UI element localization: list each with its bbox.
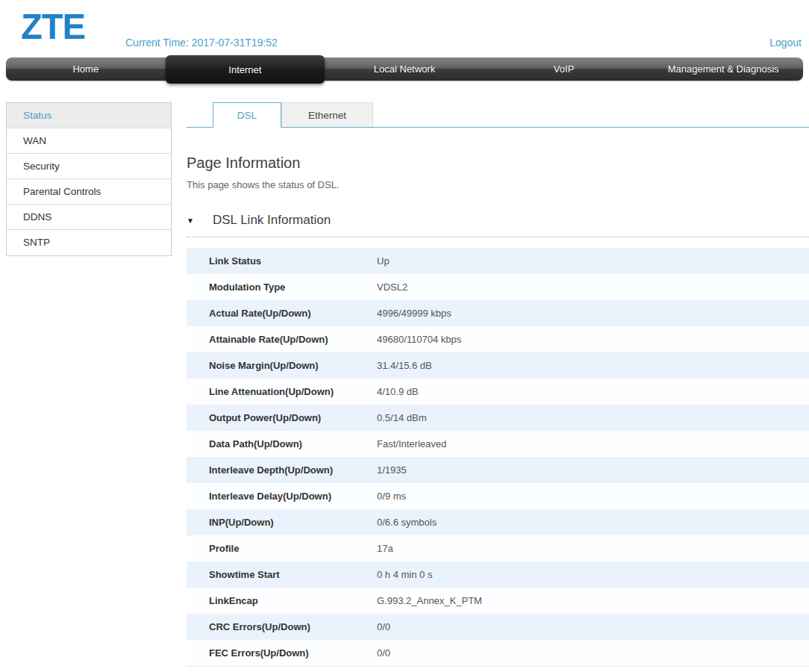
sidebar-item-ddns[interactable]: DDNS: [7, 205, 171, 230]
sidebar-item-label: SNTP: [23, 237, 50, 248]
table-row: Interleave Depth(Up/Down) 1/1935: [187, 457, 809, 483]
row-value: G.993.2_Annex_K_PTM: [377, 595, 482, 606]
row-label: Interleave Depth(Up/Down): [187, 464, 377, 476]
nav-item-label: Home: [72, 63, 99, 75]
tab-label: Ethernet: [308, 110, 346, 121]
table-row: INP(Up/Down) 0/6.6 symbols: [187, 509, 809, 535]
row-label: Line Attenuation(Up/Down): [187, 386, 377, 397]
table-row: Line Attenuation(Up/Down) 4/10.9 dB: [187, 379, 809, 405]
table-row: LinkEncap G.993.2_Annex_K_PTM: [187, 588, 809, 614]
row-label: INP(Up/Down): [187, 517, 377, 528]
row-value: 0/0: [377, 647, 390, 659]
table-row: Data Path(Up/Down) Fast/Interleaved: [187, 431, 809, 457]
row-value: 31.4/15.6 dB: [377, 360, 432, 371]
row-value: Up: [377, 255, 390, 267]
sidebar-item-label: WAN: [23, 135, 46, 146]
row-value: 1/1935: [377, 464, 407, 476]
row-label: Profile: [187, 543, 377, 554]
row-value: 4/10.9 dB: [377, 386, 419, 397]
row-label: Data Path(Up/Down): [187, 438, 377, 449]
current-time-label: Current Time: 2017-07-31T19:52: [125, 37, 278, 49]
table-row: Attainable Rate(Up/Down) 49680/110704 kb…: [187, 326, 809, 352]
row-label: Interleave Delay(Up/Down): [187, 491, 377, 502]
sidebar-item-label: DDNS: [23, 211, 51, 223]
tab-bar: DSL Ethernet: [187, 102, 809, 128]
sidebar-item-label: Parental Controls: [23, 186, 101, 197]
page-title: Page Information: [187, 155, 809, 172]
nav-item-management-diagnosis[interactable]: Management & Diagnosis: [643, 57, 803, 81]
row-label: FEC Errors(Up/Down): [187, 647, 377, 659]
table-row: Link Status Up: [187, 248, 809, 274]
nav-item-home[interactable]: Home: [6, 57, 166, 81]
table-row: Noise Margin(Up/Down) 31.4/15.6 dB: [187, 352, 809, 379]
row-value: 0/0: [377, 621, 390, 632]
table-row: CRC Errors(Up/Down) 0/0: [187, 614, 809, 640]
sidebar-item-security[interactable]: Security: [7, 154, 171, 179]
sidebar-menu: Status WAN Security Parental Controls DD…: [6, 102, 172, 256]
section-title: DSL Link Information: [213, 213, 331, 228]
table-row: Modulation Type VDSL2: [187, 274, 809, 300]
section-divider: [187, 237, 809, 237]
row-label: Showtime Start: [187, 569, 377, 580]
tab-ethernet[interactable]: Ethernet: [281, 102, 373, 127]
row-value: 0.5/14 dBm: [377, 412, 427, 423]
row-value: Fast/Interleaved: [377, 438, 446, 449]
row-value: 49680/110704 kbps: [377, 334, 461, 345]
row-label: LinkEncap: [187, 595, 377, 606]
tab-label: DSL: [237, 110, 257, 121]
row-value: 4996/49999 kbps: [377, 308, 452, 319]
table-row: Actual Rate(Up/Down) 4996/49999 kbps: [187, 300, 809, 326]
row-label: Noise Margin(Up/Down): [187, 360, 377, 371]
section-header-dsl-link-information[interactable]: ▼ DSL Link Information: [187, 213, 809, 228]
row-value: 0/6.6 symbols: [377, 517, 437, 528]
sidebar-item-label: Status: [23, 110, 51, 121]
tab-dsl[interactable]: DSL: [213, 102, 281, 128]
nav-item-local-network[interactable]: Local Network: [325, 57, 484, 81]
row-value: 0 h 4 min 0 s: [377, 569, 432, 580]
sidebar-item-parental-controls[interactable]: Parental Controls: [7, 179, 171, 205]
row-value: VDSL2: [377, 281, 407, 293]
nav-item-label: Management & Diagnosis: [668, 63, 779, 75]
nav-item-label: Local Network: [374, 63, 435, 75]
main-content: DSL Ethernet Page Information This page …: [187, 102, 809, 667]
logout-link[interactable]: Logout: [769, 37, 802, 49]
dsl-link-info-table: Link Status Up Modulation Type VDSL2 Act…: [187, 248, 809, 667]
page-subtitle: This page shows the status of DSL.: [187, 179, 809, 190]
nav-item-internet[interactable]: Internet: [166, 55, 325, 84]
nav-item-label: Internet: [228, 64, 261, 75]
collapse-triangle-icon: ▼: [187, 217, 213, 225]
table-row: Output Power(Up/Down) 0.5/14 dBm: [187, 405, 809, 431]
row-label: Attainable Rate(Up/Down): [187, 334, 377, 345]
table-row: Profile 17a: [187, 535, 809, 561]
row-label: Actual Rate(Up/Down): [187, 308, 377, 319]
sidebar-item-wan[interactable]: WAN: [7, 128, 171, 154]
row-label: CRC Errors(Up/Down): [187, 621, 377, 632]
sidebar-item-sntp[interactable]: SNTP: [7, 230, 171, 255]
main-nav: Home Internet Local Network VoIP Managem…: [6, 57, 803, 81]
sidebar-item-status[interactable]: Status: [7, 103, 171, 128]
row-label: Modulation Type: [187, 281, 377, 293]
row-label: Link Status: [187, 255, 377, 267]
zte-logo: ZTE: [21, 5, 85, 47]
row-value: 17a: [377, 543, 393, 554]
sidebar-item-label: Security: [23, 161, 60, 172]
table-row: Interleave Delay(Up/Down) 0/9 ms: [187, 483, 809, 509]
nav-item-label: VoIP: [554, 63, 574, 75]
row-label: Output Power(Up/Down): [187, 412, 377, 423]
nav-item-voip[interactable]: VoIP: [484, 57, 644, 81]
table-row: FEC Errors(Up/Down) 0/0: [187, 640, 809, 666]
row-value: 0/9 ms: [377, 491, 406, 502]
table-row: Showtime Start 0 h 4 min 0 s: [187, 561, 809, 588]
